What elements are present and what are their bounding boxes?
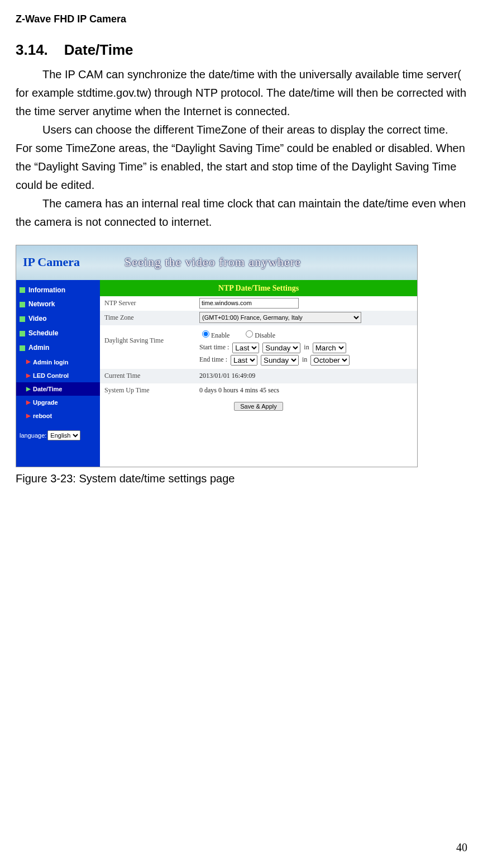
section-heading: 3.14. Date/Time <box>16 38 467 62</box>
sidebar-sub-label: LED Control <box>33 371 69 381</box>
current-time-value: 2013/01/01 16:49:09 <box>199 371 413 382</box>
sidebar-sub-date-time[interactable]: ▶Date/Time <box>16 382 100 396</box>
section-number: 3.14. <box>16 41 48 58</box>
sidebar-item-label: Video <box>28 314 46 325</box>
sidebar-sub-label: Upgrade <box>33 397 58 407</box>
sidebar-item-network[interactable]: Network <box>16 297 100 312</box>
sidebar-sub-led-control[interactable]: ▶LED Control <box>16 369 100 382</box>
sidebar-sub-admin-login[interactable]: ▶Admin login <box>16 355 100 369</box>
start-weekday-select[interactable]: Sunday <box>262 343 300 353</box>
sidebar-sub-label: Date/Time <box>33 384 62 394</box>
in-label: in <box>302 354 307 366</box>
row-ntp-server: NTP Server <box>100 296 417 311</box>
arrow-icon: ▶ <box>26 357 31 367</box>
dst-enable-radio[interactable] <box>202 330 209 338</box>
sidebar-item-video[interactable]: Video <box>16 312 100 326</box>
arrow-icon: ▶ <box>26 385 31 394</box>
language-selector: language: English <box>16 430 100 440</box>
row-current-time: Current Time 2013/01/01 16:49:09 <box>100 369 417 383</box>
sidebar-item-label: Admin <box>28 343 49 354</box>
logo-text: IP Camera <box>23 252 80 272</box>
figure-caption: Figure 3-23: System date/time settings p… <box>16 469 467 488</box>
start-month-select[interactable]: March <box>313 343 346 353</box>
start-ordinal-select[interactable]: Last <box>232 343 259 353</box>
save-apply-button[interactable]: Save & Apply <box>234 402 283 411</box>
language-select[interactable]: English <box>47 430 80 440</box>
banner: IP Camera Seeing the video from anywhere <box>16 245 417 280</box>
bullet-icon <box>20 302 25 307</box>
page-header: Z-Wave FHD IP Camera <box>16 11 467 28</box>
end-month-select[interactable]: October <box>310 355 350 366</box>
main-panel: NTP Date/Time Settings NTP Server Time Z… <box>100 280 417 467</box>
paragraph-3: The camera has an internal real time clo… <box>16 195 467 231</box>
in-label: in <box>304 342 309 353</box>
sidebar-sub-upgrade[interactable]: ▶Upgrade <box>16 396 100 409</box>
sidebar-item-admin[interactable]: Admin <box>16 341 100 355</box>
uptime-label: System Up Time <box>104 385 199 396</box>
paragraph-1: The IP CAM can synchronize the date/time… <box>16 65 467 121</box>
arrow-icon: ▶ <box>26 411 31 421</box>
bullet-icon <box>20 287 25 293</box>
sidebar-sub-reboot[interactable]: ▶reboot <box>16 409 100 423</box>
page-number: 40 <box>456 838 467 857</box>
dst-disable-radio[interactable] <box>246 330 253 338</box>
time-zone-select[interactable]: (GMT+01:00) France, Germany, Italy <box>199 312 361 323</box>
start-time-label: Start time : <box>199 342 229 353</box>
time-zone-label: Time Zone <box>104 312 199 324</box>
sidebar-sub-label: Admin login <box>33 357 69 367</box>
settings-screenshot: IP Camera Seeing the video from anywhere… <box>16 245 418 467</box>
dst-disable-option[interactable]: Disable <box>243 329 275 341</box>
dst-label: Daylight Saving Time <box>104 328 199 347</box>
dst-enable-label: Enable <box>211 331 229 339</box>
dst-disable-label: Disable <box>255 331 275 339</box>
paragraph-2: Users can choose the different TimeZone … <box>16 121 467 195</box>
language-label: language: <box>20 430 46 440</box>
row-uptime: System Up Time 0 days 0 hours 4 mins 45 … <box>100 383 417 398</box>
current-time-label: Current Time <box>104 371 199 382</box>
sidebar-item-label: Schedule <box>28 328 58 339</box>
bullet-icon <box>20 316 25 322</box>
sidebar-item-information[interactable]: Information <box>16 283 100 298</box>
sidebar-item-schedule[interactable]: Schedule <box>16 326 100 341</box>
ntp-server-label: NTP Server <box>104 298 199 309</box>
ntp-server-input[interactable] <box>199 298 299 309</box>
sidebar: Information Network Video Schedule Admin… <box>16 280 100 467</box>
row-save: Save & Apply <box>100 398 417 416</box>
row-time-zone: Time Zone (GMT+01:00) France, Germany, I… <box>100 311 417 325</box>
section-title: Date/Time <box>64 41 133 58</box>
banner-tagline: Seeing the video from anywhere <box>125 252 301 272</box>
end-ordinal-select[interactable]: Last <box>231 355 257 366</box>
sidebar-sub-label: reboot <box>33 411 52 421</box>
arrow-icon: ▶ <box>26 398 31 407</box>
row-dst: Daylight Saving Time Enable Disable Star… <box>100 325 417 369</box>
sidebar-item-label: Information <box>28 285 65 296</box>
arrow-icon: ▶ <box>26 371 31 381</box>
end-time-label: End time : <box>199 354 227 366</box>
uptime-value: 0 days 0 hours 4 mins 45 secs <box>199 385 413 396</box>
end-weekday-select[interactable]: Sunday <box>261 355 299 366</box>
sidebar-item-label: Network <box>28 299 55 310</box>
dst-enable-option[interactable]: Enable <box>199 329 229 341</box>
bullet-icon <box>20 345 25 351</box>
bullet-icon <box>20 331 25 336</box>
panel-title: NTP Date/Time Settings <box>100 280 417 296</box>
